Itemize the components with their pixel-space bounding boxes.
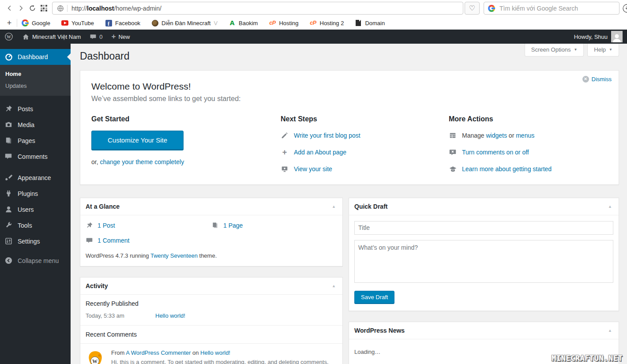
draft-title-input[interactable] <box>354 221 613 235</box>
sidebar-item-appearance[interactable]: Appearance <box>0 170 71 186</box>
dismiss-link[interactable]: ✕ Dismiss <box>582 76 612 83</box>
pencil-icon <box>281 131 289 139</box>
media-icon <box>4 120 13 129</box>
forward-button[interactable] <box>15 2 26 15</box>
commenter-link[interactable]: A WordPress Commenter <box>126 349 191 356</box>
sidebar-item-tools[interactable]: Tools <box>0 218 71 233</box>
graduation-cap-icon <box>449 165 457 173</box>
sidebar-item-media[interactable]: Media <box>0 117 71 133</box>
widget-title: Activity <box>86 282 108 289</box>
collapse-toggle-icon[interactable]: ▲ <box>330 204 337 209</box>
sidebar-item-settings[interactable]: Settings <box>0 233 71 249</box>
bookmark-google[interactable]: Google <box>22 19 50 26</box>
comments-toggle-icon <box>449 148 457 156</box>
draft-content-textarea[interactable] <box>354 240 613 283</box>
comment-post-link[interactable]: Hello world! <box>200 349 230 356</box>
more-actions-heading: More Actions <box>449 115 608 123</box>
view-site-icon <box>281 165 289 173</box>
sidebar-item-comments[interactable]: Comments <box>0 149 71 165</box>
chevron-down-icon: ▼ <box>609 48 612 52</box>
bookmark-minecraft-forum[interactable]: Diễn Đàn Minecraft V <box>151 19 218 26</box>
admin-menu: Dashboard Home Updates Posts Media Pages <box>0 44 71 364</box>
pages-count-link[interactable]: 1 Page <box>223 222 243 229</box>
bookmark-youtube[interactable]: YouTube <box>61 19 94 26</box>
theme-link[interactable]: Twenty Seventeen <box>150 252 198 259</box>
view-your-site-link[interactable]: View your site <box>294 165 332 173</box>
write-first-post-link[interactable]: Write your first blog post <box>294 132 360 139</box>
sidebar-item-updates[interactable]: Updates <box>0 80 71 92</box>
site-name-menu[interactable]: Minecraft Việt Nam <box>18 30 85 44</box>
reload-icon <box>29 4 36 12</box>
paintbrush-icon <box>4 173 13 182</box>
divider <box>17 19 17 27</box>
bookmark-domain[interactable]: Domain <box>355 19 385 26</box>
bookmark-page-button[interactable]: ♡ <box>465 2 480 15</box>
commenter-avatar: W <box>86 349 105 364</box>
comment-meta: From A WordPress Commenter on Hello worl… <box>111 349 332 356</box>
baokim-favicon-icon: A <box>229 19 236 26</box>
user-avatar[interactable] <box>611 31 623 42</box>
bookmark-hosting[interactable]: cP Hosting <box>269 19 298 26</box>
sidebar-item-posts[interactable]: Posts <box>0 101 71 117</box>
sidebar-item-dashboard[interactable]: Dashboard <box>0 49 71 65</box>
welcome-subtitle: We’ve assembled some links to get you st… <box>91 95 608 103</box>
plus-icon: + <box>281 148 289 156</box>
posts-count-link[interactable]: 1 Post <box>98 222 115 229</box>
add-bookmark-button[interactable]: + <box>4 19 14 28</box>
collapse-toggle-icon[interactable]: ▲ <box>607 328 613 333</box>
howdy-text[interactable]: Howdy, Shuu <box>574 34 608 40</box>
screen-options-button[interactable]: Screen Options ▼ <box>525 44 584 56</box>
bookmark-hosting-2[interactable]: cP Hosting 2 <box>310 19 344 26</box>
sidebar-item-home[interactable]: Home <box>0 68 71 80</box>
divider <box>67 5 68 12</box>
new-content-menu[interactable]: + New <box>107 30 135 44</box>
bookmark-baokim[interactable]: A Baokim <box>229 19 258 26</box>
comment-bubble-icon <box>4 152 13 161</box>
reload-button[interactable] <box>26 2 38 15</box>
learn-more-link[interactable]: Learn more about getting started <box>462 165 552 173</box>
wp-logo-menu[interactable]: W <box>0 30 18 44</box>
forum-favicon-icon <box>152 20 158 26</box>
pages-icon <box>211 221 219 229</box>
browser-toolbar: http://localhost/home/wp-admin/ ♡ <box>0 0 627 16</box>
collapse-menu-button[interactable]: Collapse menu <box>0 253 71 269</box>
next-steps-heading: Next Steps <box>281 115 449 123</box>
add-about-page-link[interactable]: Add an About page <box>294 149 346 156</box>
svg-text:W: W <box>7 34 11 39</box>
downloads-button[interactable] <box>622 4 627 13</box>
speed-dial-button[interactable] <box>38 2 49 15</box>
comments-count-link[interactable]: 1 Comment <box>98 237 129 244</box>
quick-draft-widget: Quick Draft ▲ Save Draft <box>349 198 619 311</box>
cpanel-favicon-icon: cP <box>269 19 276 26</box>
search-input[interactable] <box>499 4 615 12</box>
google-favicon-icon <box>22 19 29 26</box>
save-draft-button[interactable]: Save Draft <box>354 291 394 304</box>
welcome-title: Welcome to WordPress! <box>91 81 608 92</box>
site-watermark: MINECRAFTUN.NET <box>552 354 623 363</box>
browser-search-box[interactable] <box>484 2 619 15</box>
change-theme-link[interactable]: change your theme completely <box>100 158 184 165</box>
bookmark-facebook[interactable]: f Facebook <box>105 19 140 26</box>
customize-site-button[interactable]: Customize Your Site <box>91 131 184 150</box>
url-text[interactable]: http://localhost/home/wp-admin/ <box>71 5 161 12</box>
published-post-link[interactable]: Hello world! <box>155 312 185 319</box>
sidebar-item-pages[interactable]: Pages <box>0 133 71 149</box>
comment-excerpt: Hi, this is a comment. To get started wi… <box>111 358 332 364</box>
comments-menu[interactable]: 0 <box>85 30 107 44</box>
publish-date: Today, 5:33 am <box>86 312 155 319</box>
help-button[interactable]: Help ▼ <box>587 44 619 56</box>
collapse-toggle-icon[interactable]: ▲ <box>330 284 337 288</box>
address-bar[interactable]: http://localhost/home/wp-admin/ <box>52 2 463 15</box>
back-button[interactable] <box>4 2 15 15</box>
comment-bubble-icon <box>90 33 97 40</box>
sidebar-item-users[interactable]: Users <box>0 202 71 218</box>
google-logo-icon <box>488 5 495 12</box>
manage-menus-link[interactable]: menus <box>516 132 534 139</box>
sidebar-item-plugins[interactable]: Plugins <box>0 186 71 202</box>
glance-posts: 1 Post <box>86 221 211 229</box>
get-started-heading: Get Started <box>91 115 281 123</box>
manage-widgets-link[interactable]: widgets <box>486 132 507 139</box>
turn-comments-link[interactable]: Turn comments on or off <box>462 149 529 156</box>
recent-comment-item: W From A WordPress Commenter on Hello wo… <box>80 343 342 364</box>
collapse-toggle-icon[interactable]: ▲ <box>607 204 613 209</box>
